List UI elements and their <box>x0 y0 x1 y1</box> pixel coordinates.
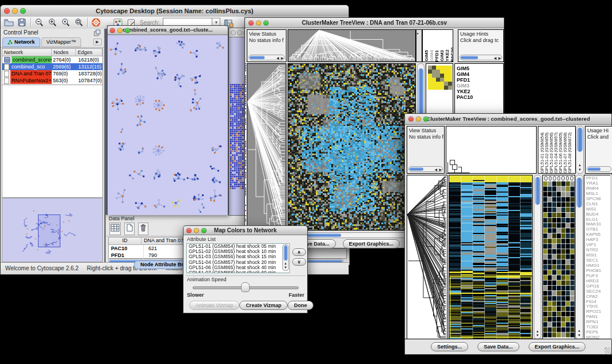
tv2-zoom-vscroll-thumb[interactable] <box>576 178 582 208</box>
tv2-gene-item[interactable]: TCB3 <box>584 324 610 329</box>
tv2-gene-item[interactable]: CPA2 <box>584 294 610 299</box>
tv2-gene-item[interactable]: MSL1 <box>584 191 610 196</box>
tv1-column-dendrogram[interactable] <box>288 29 416 62</box>
tv2-gene-item[interactable]: SEC24 <box>584 289 610 294</box>
scroll-up-icon[interactable]: ▲ <box>576 329 583 333</box>
close-button[interactable] <box>110 28 115 33</box>
minimize-button[interactable] <box>117 28 123 33</box>
tv1-column-dendrogram-canvas[interactable] <box>288 30 415 62</box>
tv2-gene-item[interactable]: RPO21 <box>584 309 610 314</box>
resize-grip[interactable] <box>605 347 611 354</box>
zoom-fit-icon[interactable] <box>61 18 71 27</box>
select-attributes-icon[interactable] <box>109 223 121 235</box>
help-lifering-icon[interactable] <box>91 18 101 27</box>
network-graph-canvas[interactable] <box>108 35 228 215</box>
tv1-gene-item[interactable]: YKE2 <box>455 89 503 94</box>
network-row[interactable]: combined_sco 2569(6) 13112(15) <box>2 63 102 70</box>
zoom-window-button[interactable] <box>423 117 429 122</box>
network-overview-canvas[interactable] <box>2 198 101 259</box>
tv2-gene-item[interactable]: SEC1 <box>584 258 610 263</box>
tv2-status-hscrollbar[interactable]: ◀ ▶ <box>408 166 443 172</box>
tv2-gene-item[interactable]: YSH1 <box>584 304 610 309</box>
tv1-hints-hscroll-thumb[interactable] <box>461 56 478 59</box>
scroll-right-icon[interactable]: ▶ <box>281 55 284 60</box>
done-button[interactable]: Done <box>288 301 313 310</box>
treeview2-titlebar[interactable]: ClusterMaker TreeView : combined_scores_… <box>405 114 611 125</box>
zoom-selected-icon[interactable] <box>74 18 84 27</box>
tv2-heatmap-vscroll-thumb[interactable] <box>535 177 540 205</box>
tv2-gene-item[interactable]: RNR4 <box>584 186 610 191</box>
tv2-column-dendrogram-canvas[interactable] <box>446 127 536 173</box>
tv2-gene-item[interactable]: ELG1 <box>584 217 610 222</box>
minimize-button[interactable] <box>416 117 421 122</box>
tv2-gene-item[interactable]: KAP95 <box>584 232 610 237</box>
network-row[interactable]: RNAPuberNov2+! 563(0) 107847(0) <box>2 77 102 84</box>
scroll-left-icon[interactable]: ◀ <box>434 167 437 172</box>
treeview-button[interactable]: Settings... <box>431 342 468 351</box>
tv2-gene-item[interactable]: PAN1 <box>584 314 610 319</box>
scroll-up-icon[interactable]: ▲ <box>534 329 541 334</box>
new-attribute-icon[interactable] <box>124 223 135 235</box>
scroll-left-icon[interactable]: ◀ <box>494 55 496 60</box>
tv1-status-hscroll-thumb[interactable] <box>250 56 265 59</box>
dialog-window-controls[interactable] <box>186 228 206 233</box>
close-button[interactable] <box>186 228 192 233</box>
tv2-heatmap[interactable] <box>449 175 533 339</box>
attribute-option[interactable]: GPL51-07 (GSM868) heat shock 60 min <box>187 270 289 273</box>
tv2-gene-item[interactable]: PHO81 <box>584 268 610 273</box>
window-controls[interactable] <box>4 8 26 14</box>
tv2-gene-item[interactable]: NIS1 <box>584 206 610 212</box>
main-titlebar[interactable]: Cytoscape Desktop (Session Name: collins… <box>1 5 349 17</box>
scroll-up-icon[interactable]: ▲ <box>576 163 583 167</box>
tv2-gene-item[interactable]: PEP5 <box>584 329 610 335</box>
zoom-window-button[interactable] <box>125 28 130 33</box>
close-button[interactable] <box>248 20 254 25</box>
tv1-row-dendrogram[interactable] <box>247 63 286 231</box>
tv2-column-dendrogram[interactable] <box>446 126 537 174</box>
move-attribute-down-button[interactable]: ∨ <box>292 258 306 266</box>
tv2-labels-vscrollbar[interactable]: ▲ ▼ <box>576 126 584 174</box>
save-session-icon[interactable] <box>17 18 27 27</box>
tv2-zoom-heatmap-canvas[interactable] <box>543 181 575 338</box>
tv1-heatmap-hscroll-thumb[interactable] <box>305 233 341 237</box>
network-table-header[interactable]: Network Nodes Edges <box>2 49 102 56</box>
scroll-right-icon[interactable]: ▶ <box>498 55 501 60</box>
network-row[interactable]: combined_scores 2764(0) 16218(0) <box>2 56 102 63</box>
delete-attribute-trash-icon[interactable] <box>138 223 148 235</box>
tv1-heatmap-canvas[interactable] <box>288 64 415 230</box>
zoom-out-icon[interactable] <box>35 18 44 27</box>
tv2-gene-item[interactable]: VIP1 <box>584 242 610 247</box>
tv2-heatmap-vscrollbar[interactable]: ▲ ▼ <box>534 175 541 339</box>
tv1-status-hscrollbar[interactable]: ◀ ▶ <box>248 55 285 60</box>
tv2-gene-item[interactable]: GTB1 <box>584 227 610 232</box>
close-button[interactable] <box>4 8 10 14</box>
tv2-gene-item[interactable]: BUD4 <box>584 212 610 217</box>
tv1-gene-item[interactable]: GIM4 <box>455 71 503 77</box>
close-button[interactable] <box>408 117 414 122</box>
scroll-down-icon[interactable]: ▼ <box>576 334 583 338</box>
network-view-titlebar[interactable]: combined_scores_good.txt--cluste... <box>108 26 228 35</box>
attribute-list-vscroll-thumb[interactable] <box>284 246 288 260</box>
tv1-gene-item[interactable]: GIM5 <box>455 66 503 71</box>
treeview1-controls[interactable] <box>248 20 269 25</box>
animate-vizmap-button[interactable]: Animate Vizmap <box>189 301 239 310</box>
tv2-gene-item[interactable]: HRD3 <box>584 278 610 283</box>
tv2-zoom-heatmap-panel[interactable] <box>542 175 575 339</box>
scroll-up-icon[interactable]: ▲ <box>283 262 288 266</box>
tab-vizmapper[interactable]: VizMapper™ <box>41 37 82 47</box>
tv2-gene-item[interactable]: HAP3 <box>584 237 610 242</box>
scroll-down-icon[interactable]: ▼ <box>576 168 583 172</box>
tv2-gene-item[interactable]: YRA1 <box>584 181 610 186</box>
tv1-gene-item[interactable]: GIM3 <box>455 83 503 89</box>
id-column-header[interactable]: ID <box>109 237 141 244</box>
tv2-hints-hscrollbar[interactable] <box>587 166 611 172</box>
tv2-gene-item[interactable]: FIG4 <box>584 299 610 304</box>
scroll-right-icon[interactable]: ▶ <box>439 167 442 172</box>
tv2-zoom-vscrollbar[interactable]: ▲ ▼ <box>575 175 583 339</box>
scroll-left-icon[interactable]: ◀ <box>276 55 279 60</box>
tv2-row-dendrogram-canvas[interactable] <box>407 175 447 339</box>
create-vizmap-button[interactable]: Create Vizmap <box>239 301 288 310</box>
tv1-gene-item[interactable]: PAC10 <box>455 94 503 100</box>
tv2-gene-item[interactable]: RPN1 <box>584 319 610 324</box>
tab-network[interactable]: Network <box>2 37 40 47</box>
